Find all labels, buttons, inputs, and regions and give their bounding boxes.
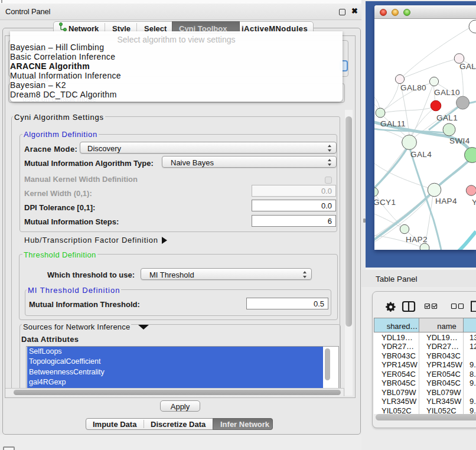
- svg-text:GAL80: GAL80: [400, 83, 426, 92]
- svg-text:GAL10: GAL10: [434, 88, 460, 97]
- svg-text:GAL4: GAL4: [410, 150, 432, 159]
- svg-text:SWI4: SWI4: [449, 136, 470, 145]
- svg-text:HAP2: HAP2: [406, 235, 428, 244]
- svg-text:HAP4: HAP4: [435, 197, 457, 206]
- svg-text:GAL1: GAL1: [436, 113, 458, 122]
- svg-text:GAL11: GAL11: [380, 119, 406, 128]
- svg-text:GAL: GAL: [459, 62, 476, 71]
- svg-text:Y: Y: [472, 198, 476, 207]
- svg-text:GCY1: GCY1: [374, 198, 396, 207]
